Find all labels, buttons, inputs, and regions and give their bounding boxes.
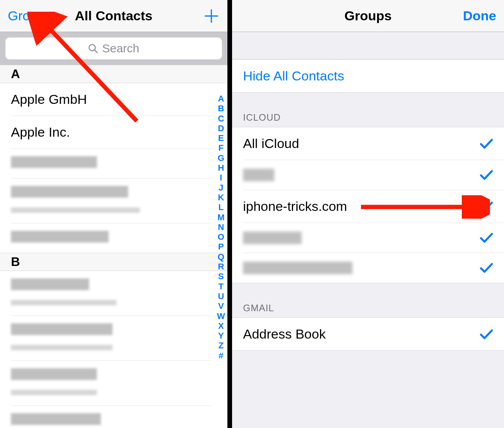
contact-row-blurred[interactable]: [11, 316, 212, 361]
section-header-b: B: [0, 253, 227, 271]
contact-row-blurred[interactable]: [11, 178, 212, 223]
section-header-gmail: GMAIL: [232, 283, 504, 318]
search-placeholder: Search: [102, 42, 139, 55]
section-header-a: A: [0, 65, 227, 83]
spacer: [232, 32, 504, 59]
contact-row[interactable]: Apple GmbH: [11, 83, 212, 116]
group-row-all-icloud[interactable]: All iCloud: [243, 127, 504, 160]
navbar-contacts: Groups All Contacts: [0, 0, 227, 32]
contact-row-blurred[interactable]: [11, 149, 212, 178]
group-label: Address Book: [243, 326, 326, 342]
checkmark-icon: [480, 262, 493, 274]
svg-line-3: [95, 50, 97, 53]
page-title: Groups: [345, 8, 392, 23]
contacts-panel: Groups All Contacts Search A Apple GmbH …: [0, 0, 232, 428]
section-header-icloud: ICLOUD: [232, 93, 504, 127]
contact-row-blurred[interactable]: [11, 271, 212, 316]
navbar-groups: Groups Done: [232, 0, 504, 32]
group-row-blurred[interactable]: [243, 160, 504, 190]
checkmark-icon: [480, 169, 493, 181]
search-bar-wrap: Search: [0, 32, 227, 65]
page-title: All Contacts: [75, 8, 152, 23]
groups-button[interactable]: Groups: [8, 8, 52, 23]
checkmark-icon: [480, 232, 493, 244]
hide-all-contacts-button[interactable]: Hide All Contacts: [232, 59, 504, 93]
add-contact-button[interactable]: [203, 8, 220, 24]
alpha-index[interactable]: ABC DEF GHI JKL MNO PQR STU VWX YZ#: [217, 94, 225, 360]
contact-row[interactable]: Apple Inc.: [11, 116, 212, 149]
groups-panel: Groups Done Hide All Contacts ICLOUD All…: [232, 0, 504, 428]
group-row-iphone-tricks[interactable]: iphone-tricks.com: [243, 190, 504, 223]
plus-icon: [203, 8, 220, 24]
contact-row-blurred[interactable]: [11, 361, 212, 406]
contact-row-blurred[interactable]: [11, 406, 212, 428]
spacer: [232, 351, 504, 428]
checkmark-icon: [480, 138, 493, 150]
group-label: All iCloud: [243, 136, 299, 151]
done-button[interactable]: Done: [463, 8, 496, 23]
checkmark-icon: [480, 201, 493, 212]
search-input[interactable]: Search: [5, 37, 222, 59]
checkmark-icon: [480, 328, 493, 340]
group-label: iphone-tricks.com: [243, 199, 347, 214]
group-row-address-book[interactable]: Address Book: [232, 318, 504, 351]
contact-row-blurred[interactable]: [0, 223, 212, 253]
group-row-blurred[interactable]: [232, 253, 504, 283]
search-icon: [88, 43, 98, 54]
group-row-blurred[interactable]: [243, 223, 504, 253]
